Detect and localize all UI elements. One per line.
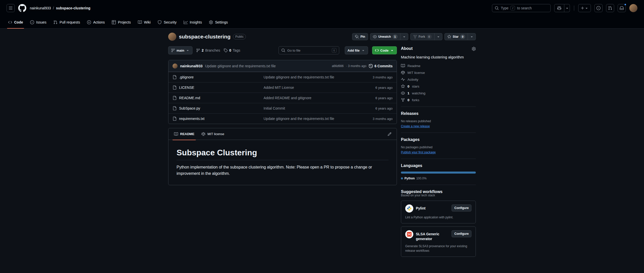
suggested-workflows-section: Suggested workflows Based on your tech s… xyxy=(401,190,476,264)
configure-slsa-button[interactable]: Configure xyxy=(452,230,471,237)
create-new-button[interactable] xyxy=(578,4,591,12)
code-button-label: Code xyxy=(380,49,389,52)
copilot-button-group xyxy=(554,4,570,12)
table-row: requirements.txt Update gitignore and th… xyxy=(168,113,397,124)
about-title: About xyxy=(401,46,413,51)
file-commit-message[interactable]: Update gitignore and the requirements.tx… xyxy=(264,117,355,121)
publish-package-link[interactable]: Publish your first package xyxy=(401,151,436,154)
branches-link[interactable]: 2 Branches xyxy=(196,48,220,52)
play-icon xyxy=(87,20,91,24)
branches-count: 2 xyxy=(202,48,204,52)
tab-security[interactable]: Security xyxy=(154,16,180,28)
breadcrumb-owner-link[interactable]: nainkunal933 xyxy=(30,6,51,10)
tab-readme[interactable]: README xyxy=(170,128,198,140)
tab-label: Settings xyxy=(215,20,228,24)
hamburger-menu-button[interactable] xyxy=(7,4,15,12)
file-link[interactable]: README.md xyxy=(173,96,264,100)
configure-pylint-button[interactable]: Configure xyxy=(452,204,471,212)
chevron-down-icon xyxy=(585,6,589,10)
pull-requests-dashboard-button[interactable] xyxy=(606,4,614,12)
tab-actions[interactable]: Actions xyxy=(83,16,108,28)
user-avatar[interactable] xyxy=(629,4,637,12)
git-pull-request-icon xyxy=(608,6,612,10)
watch-options-caret[interactable] xyxy=(400,33,408,40)
global-search-input[interactable]: Type / to search xyxy=(492,4,551,12)
tab-settings[interactable]: Settings xyxy=(205,16,231,28)
about-license-link[interactable]: MIT license xyxy=(401,71,476,75)
law-icon xyxy=(401,71,405,75)
pin-button[interactable]: Pin xyxy=(352,33,368,40)
about-watching-link[interactable]: 1 watching xyxy=(401,91,476,95)
tab-code[interactable]: Code xyxy=(5,16,27,28)
tags-count: 0 xyxy=(229,48,231,52)
commit-message-link[interactable]: Update gitignore and the requirements.tx… xyxy=(205,64,276,68)
about-activity-link[interactable]: Activity xyxy=(401,77,476,81)
file-link[interactable]: SubSpace.py xyxy=(173,106,264,110)
edit-about-button[interactable] xyxy=(472,46,476,51)
create-release-link[interactable]: Create a new release xyxy=(401,124,430,128)
repo-title[interactable]: subspace-clustering xyxy=(179,34,230,40)
branch-selector-button[interactable]: main xyxy=(168,46,192,54)
watchers-count: 1 xyxy=(393,34,398,39)
tab-insights[interactable]: Insights xyxy=(180,16,205,28)
workflow-card-slsa: SLSA Generic generator Configure Generat… xyxy=(401,226,476,257)
issues-dashboard-button[interactable] xyxy=(594,4,603,12)
commit-author-link[interactable]: nainkunal933 xyxy=(180,64,203,68)
tab-projects[interactable]: Projects xyxy=(108,16,134,28)
git-branch-icon xyxy=(196,48,200,52)
file-link[interactable]: .gitignore xyxy=(173,75,264,79)
star-options-caret[interactable] xyxy=(468,33,476,40)
code-dropdown-button[interactable]: Code xyxy=(372,46,397,54)
fork-button[interactable]: Fork 0 xyxy=(410,33,435,40)
tab-pull-requests[interactable]: Pull requests xyxy=(50,16,83,28)
tab-label: Security xyxy=(164,20,177,24)
copilot-menu-caret[interactable] xyxy=(564,4,570,12)
file-commit-message[interactable]: Added MIT License xyxy=(264,86,355,90)
edit-readme-button[interactable] xyxy=(384,132,395,136)
chevron-down-icon xyxy=(402,35,406,39)
star-button[interactable]: Star 0 xyxy=(444,33,468,40)
notifications-inbox-button[interactable] xyxy=(618,4,626,12)
tab-mit-license[interactable]: MIT license xyxy=(198,128,228,140)
code-icon xyxy=(8,20,12,24)
copilot-button[interactable] xyxy=(554,4,564,12)
plus-icon xyxy=(581,6,585,10)
commit-author-avatar[interactable] xyxy=(173,64,178,69)
commit-sha-link[interactable]: a66d986 xyxy=(332,64,344,68)
pylint-python-logo xyxy=(405,204,413,213)
github-logo-icon[interactable] xyxy=(18,4,26,12)
commit-history-link[interactable]: 6 Commits xyxy=(369,64,393,68)
issue-opened-icon xyxy=(30,20,34,24)
unwatch-button[interactable]: Unwatch 1 xyxy=(370,33,400,40)
file-commit-message[interactable]: Added README and gitignore xyxy=(264,96,355,100)
file-commit-message[interactable]: Update gitignore and the requirements.tx… xyxy=(264,75,355,79)
pulse-icon xyxy=(401,77,405,81)
about-stars-link[interactable]: 0 stars xyxy=(401,84,476,88)
breadcrumb-repo-link[interactable]: subspace-clustering xyxy=(56,6,90,10)
fork-button-group: Fork 0 xyxy=(410,33,442,40)
file-name: requirements.txt xyxy=(179,117,204,121)
go-to-file-input[interactable] xyxy=(287,49,330,52)
table-row: .gitignore Update gitignore and the requ… xyxy=(168,72,397,82)
notification-dot xyxy=(624,3,627,6)
configure-label: Configure xyxy=(454,232,469,236)
chevron-down-icon xyxy=(436,35,440,39)
about-readme-link[interactable]: Readme xyxy=(401,64,476,68)
tab-issues[interactable]: Issues xyxy=(27,16,50,28)
file-icon xyxy=(173,117,177,121)
about-forks-link[interactable]: 0 forks xyxy=(401,98,476,102)
file-link[interactable]: requirements.txt xyxy=(173,117,264,121)
add-file-button[interactable]: Add file xyxy=(345,46,368,54)
repo-owner-avatar[interactable] xyxy=(168,33,176,41)
fork-options-caret[interactable] xyxy=(434,33,442,40)
add-file-label: Add file xyxy=(348,49,360,52)
header-divider xyxy=(574,6,574,11)
file-link[interactable]: LICENSE xyxy=(173,86,264,90)
repo-actions: Pin Unwatch 1 Fork 0 xyxy=(352,33,476,40)
languages-title: Languages xyxy=(401,163,422,168)
tags-link[interactable]: 0 Tags xyxy=(224,48,240,52)
language-legend-python[interactable]: Python 100.0% xyxy=(401,177,476,180)
tab-wiki[interactable]: Wiki xyxy=(134,16,154,28)
file-commit-message[interactable]: Initial Commit xyxy=(264,106,355,110)
breadcrumb: nainkunal933 / subspace-clustering xyxy=(30,6,90,10)
